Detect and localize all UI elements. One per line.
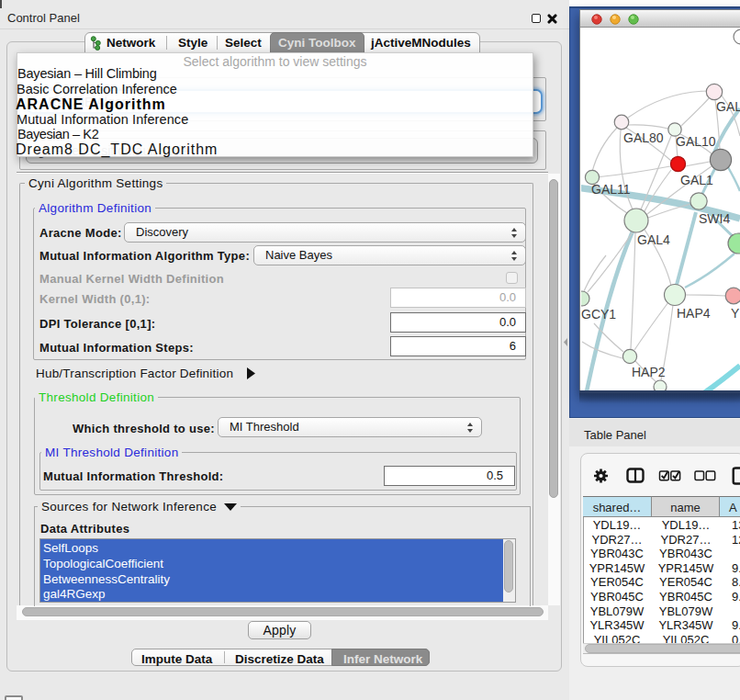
svg-text:GAL1: GAL1 <box>680 173 713 187</box>
svg-text:Y: Y <box>731 306 740 321</box>
svg-text:SWI4: SWI4 <box>699 211 730 226</box>
svg-text:GCY1: GCY1 <box>581 307 616 322</box>
svg-text:GAL: GAL <box>716 99 740 114</box>
svg-text:GAL4: GAL4 <box>637 232 670 247</box>
svg-text:GAL80: GAL80 <box>623 130 664 145</box>
svg-text:HAP4: HAP4 <box>677 306 711 321</box>
svg-text:GAL10: GAL10 <box>676 134 716 149</box>
svg-text:GAL11: GAL11 <box>591 182 631 197</box>
svg-text:HAP2: HAP2 <box>632 365 666 379</box>
